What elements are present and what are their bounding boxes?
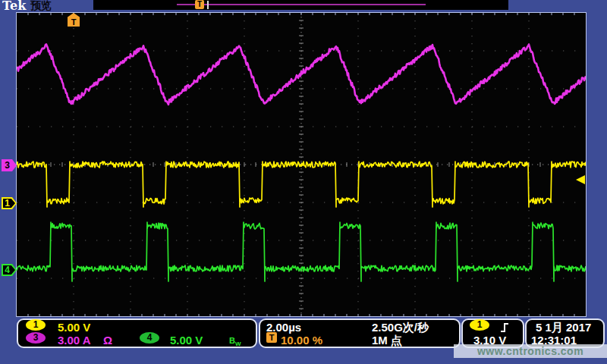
record-trigger-icon[interactable]: T bbox=[195, 0, 204, 9]
record-view-bar: T bbox=[93, 0, 508, 10]
ch4-scale: 5.00 V bbox=[170, 334, 203, 347]
oscilloscope-screen: Tek 预览 T T 3 1 4 1 5.00 V 3 3.00 A Ω 4 bbox=[0, 0, 607, 364]
graticule bbox=[16, 12, 587, 317]
trace-ch3 bbox=[17, 44, 586, 104]
waveform-canvas bbox=[17, 13, 586, 316]
record-waveform-line bbox=[177, 4, 426, 5]
view-window-bracket[interactable] bbox=[207, 1, 209, 9]
ch3-badge: 3 bbox=[26, 332, 46, 344]
ch4-reference-marker[interactable]: 4 bbox=[2, 264, 17, 276]
trigger-level-arrow[interactable] bbox=[576, 175, 585, 184]
trigger-source-badge: 1 bbox=[470, 319, 489, 331]
sample-rate-value: 2.50G次/秒 bbox=[372, 321, 429, 334]
date-value: 5 1月 2017 bbox=[536, 321, 591, 334]
horizontal-readout[interactable]: 2.00µs 2.50G次/秒 T 10.00 % 1M 点 bbox=[259, 318, 461, 348]
ch4-bandwidth-limit-icon: BW bbox=[229, 334, 241, 351]
tek-logo: Tek bbox=[2, 0, 26, 13]
watermark: www.cntronics.com bbox=[454, 344, 607, 358]
channel-scale-readout[interactable]: 1 5.00 V 3 3.00 A Ω 4 5.00 V BW bbox=[17, 318, 257, 348]
top-bar: Tek 预览 T bbox=[0, 0, 607, 12]
ch1-badge: 1 bbox=[26, 319, 46, 331]
rising-edge-icon bbox=[499, 322, 511, 334]
acquisition-mode-label: 预览 bbox=[30, 0, 52, 13]
trigger-position-icon: T bbox=[266, 332, 277, 343]
record-length-value: 1M 点 bbox=[372, 334, 402, 347]
ch1-scale: 5.00 V bbox=[58, 321, 90, 334]
ch4-badge: 4 bbox=[140, 332, 159, 344]
trigger-position-value: 10.00 % bbox=[281, 334, 322, 347]
ch1-reference-marker[interactable]: 1 bbox=[2, 197, 17, 209]
ch3-reference-marker[interactable]: 3 bbox=[2, 159, 17, 171]
ch3-scale: 3.00 A bbox=[58, 334, 91, 347]
ch3-impedance: Ω bbox=[103, 334, 112, 347]
